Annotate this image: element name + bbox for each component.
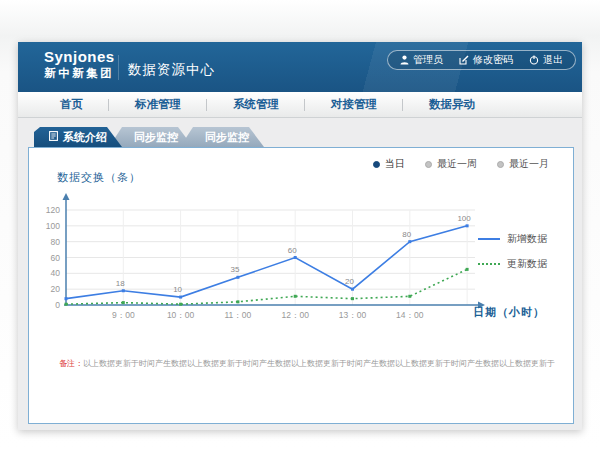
svg-text:10：00: 10：00 (167, 310, 195, 320)
header-divider (118, 55, 119, 80)
radio-label: 当日 (385, 157, 405, 171)
nav-item-standard-mgmt[interactable]: 标准管理 (109, 92, 207, 117)
svg-text:60: 60 (288, 246, 297, 255)
tab-label: 同步监控 (134, 130, 178, 145)
logo-text-en: Synjones (44, 48, 115, 66)
svg-text:80: 80 (402, 230, 411, 239)
nav-item-home[interactable]: 首页 (34, 92, 109, 117)
nav-item-system-mgmt[interactable]: 系统管理 (207, 92, 305, 117)
svg-text:9：00: 9：00 (112, 310, 135, 320)
footnote-text: 以上数据更新于时间产生数据以上数据更新于时间产生数据以上数据更新于时间产生数据以… (83, 359, 555, 368)
logout-label: 退出 (543, 53, 563, 67)
radio-today[interactable]: 当日 (373, 157, 405, 171)
svg-text:14：00: 14：00 (396, 310, 424, 320)
svg-text:13：00: 13：00 (339, 310, 367, 320)
tab-label: 系统介绍 (63, 130, 107, 145)
app-title: 数据资源中心 (128, 61, 215, 79)
radio-label: 最近一周 (437, 157, 477, 171)
radio-label: 最近一月 (509, 157, 549, 171)
chart-legend: 新增数据 更新数据 (478, 232, 547, 271)
radio-dot (425, 161, 432, 168)
svg-text:12：00: 12：00 (281, 310, 309, 320)
svg-text:0: 0 (55, 300, 60, 310)
legend-label: 更新数据 (507, 257, 547, 271)
logout-button[interactable]: 退出 (529, 53, 563, 67)
radio-last-month[interactable]: 最近一月 (497, 157, 549, 171)
chart-panel: 当日 最近一周 最近一月 数据交换（条） 0204060801001209：00… (28, 147, 574, 424)
main-nav: 首页 标准管理 系统管理 对接管理 数据异动 (18, 92, 582, 118)
svg-text:80: 80 (51, 237, 61, 247)
nav-item-data-change[interactable]: 数据异动 (403, 92, 501, 117)
svg-text:100: 100 (457, 214, 471, 223)
synjones-logo: Synjones 新中新集团 (44, 48, 115, 81)
legend-item-new-data: 新增数据 (478, 232, 547, 246)
legend-item-update-data: 更新数据 (478, 257, 547, 271)
power-icon (529, 55, 539, 65)
tab-sync-monitor-1[interactable]: 同步监控 (109, 127, 193, 147)
edit-icon (459, 55, 469, 65)
svg-text:40: 40 (51, 268, 61, 278)
radio-dot (497, 161, 504, 168)
radio-dot (373, 161, 380, 168)
svg-text:10: 10 (173, 285, 182, 294)
admin-label: 管理员 (413, 53, 443, 67)
svg-text:20: 20 (345, 277, 354, 286)
change-password-button[interactable]: 修改密码 (459, 53, 513, 67)
change-password-label: 修改密码 (473, 53, 513, 67)
legend-label: 新增数据 (507, 232, 547, 246)
svg-text:20: 20 (51, 284, 61, 294)
tab-bar: 系统介绍 同步监控 同步监控 (34, 127, 264, 147)
svg-text:35: 35 (230, 265, 239, 274)
svg-text:18: 18 (116, 279, 125, 288)
admin-button[interactable]: 管理员 (400, 53, 443, 67)
svg-text:100: 100 (46, 221, 60, 231)
radio-last-week[interactable]: 最近一周 (425, 157, 477, 171)
logo-text-cn: 新中新集团 (44, 66, 115, 81)
tab-label: 同步监控 (205, 130, 249, 145)
tab-system-intro[interactable]: 系统介绍 (34, 127, 122, 147)
document-icon (49, 131, 58, 143)
page-canvas: Synjones 新中新集团 数据资源中心 管理员 修改密码 退出 (0, 0, 600, 450)
svg-text:60: 60 (51, 253, 61, 263)
range-filter-group: 当日 最近一周 最近一月 (373, 157, 549, 171)
footnote: 备注：以上数据更新于时间产生数据以上数据更新于时间产生数据以上数据更新于时间产生… (59, 358, 555, 369)
legend-line-dotted (478, 263, 500, 265)
x-axis-title: 日期（小时） (473, 305, 545, 320)
person-icon (400, 55, 409, 65)
tab-sync-monitor-2[interactable]: 同步监控 (180, 127, 264, 147)
svg-text:120: 120 (46, 205, 60, 215)
footnote-prefix: 备注： (59, 359, 83, 368)
svg-text:11：00: 11：00 (225, 310, 252, 320)
legend-line-solid (478, 238, 500, 240)
app-window: Synjones 新中新集团 数据资源中心 管理员 修改密码 退出 (18, 42, 582, 430)
nav-item-connect-mgmt[interactable]: 对接管理 (305, 92, 403, 117)
app-header: Synjones 新中新集团 数据资源中心 管理员 修改密码 退出 (18, 42, 582, 92)
user-menu: 管理员 修改密码 退出 (387, 50, 576, 70)
